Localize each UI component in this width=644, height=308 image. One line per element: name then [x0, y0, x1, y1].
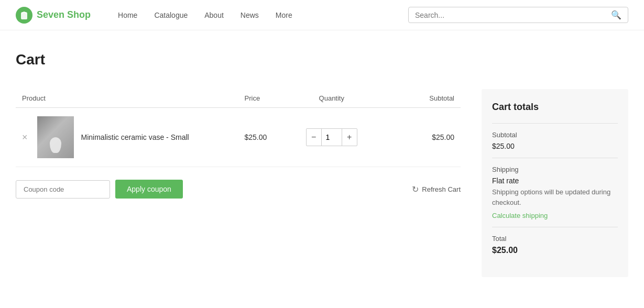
coupon-group: Apply coupon — [16, 180, 183, 199]
logo-icon — [16, 7, 32, 24]
refresh-cart-button[interactable]: ↻ Refresh Cart — [412, 184, 461, 194]
quantity-cell: − + — [291, 108, 372, 167]
subtotal-row: Subtotal $25.00 — [492, 123, 618, 158]
product-price: $25.00 — [238, 108, 292, 167]
cart-actions: Apply coupon ↻ Refresh Cart — [16, 180, 461, 199]
remove-item-button[interactable]: × — [22, 133, 28, 142]
cart-layout: Product Price Quantity Subtotal × Minima… — [16, 89, 628, 277]
cart-table: Product Price Quantity Subtotal × Minima… — [16, 89, 461, 167]
qty-decrease-button[interactable]: − — [307, 129, 321, 146]
refresh-cart-label: Refresh Cart — [422, 185, 461, 193]
qty-increase-button[interactable]: + — [342, 129, 357, 146]
col-header-quantity: Quantity — [291, 89, 372, 108]
total-label: Total — [492, 235, 618, 243]
site-logo[interactable]: Seven Shop — [16, 7, 91, 24]
subtotal-value: $25.00 — [492, 142, 618, 150]
product-thumbnail — [37, 116, 74, 158]
refresh-icon: ↻ — [412, 184, 419, 194]
site-header: Seven Shop Home Catalogue About News Mor… — [0, 0, 644, 30]
shipping-label: Shipping — [492, 166, 618, 173]
search-input[interactable] — [415, 11, 607, 19]
nav-item-catalogue[interactable]: Catalogue — [148, 7, 194, 24]
shipping-method: Flat rate — [492, 177, 618, 185]
page-title: Cart — [16, 51, 628, 68]
quantity-control: − + — [306, 128, 357, 146]
main-nav: Home Catalogue About News More — [112, 7, 398, 24]
search-bar: 🔍 — [408, 7, 628, 23]
nav-item-news[interactable]: News — [234, 7, 265, 24]
total-value: $25.00 — [492, 246, 618, 255]
calculate-shipping-link[interactable]: Calculate shipping — [492, 212, 548, 219]
cart-table-section: Product Price Quantity Subtotal × Minima… — [16, 89, 461, 199]
search-icon: 🔍 — [611, 10, 621, 20]
nav-item-home[interactable]: Home — [112, 7, 144, 24]
col-header-subtotal: Subtotal — [372, 89, 461, 108]
quantity-input[interactable] — [321, 129, 342, 146]
shipping-note: Shipping options will be updated during … — [492, 187, 618, 207]
total-row: Total $25.00 — [492, 227, 618, 262]
product-subtotal: $25.00 — [372, 108, 461, 167]
logo-text: Seven Shop — [37, 9, 91, 20]
coupon-input[interactable] — [16, 180, 110, 199]
nav-item-more[interactable]: More — [269, 7, 299, 24]
col-header-price: Price — [238, 89, 292, 108]
product-name: Minimalistic ceramic vase - Small — [81, 133, 189, 141]
table-row: × Minimalistic ceramic vase - Small $25.… — [16, 108, 461, 167]
cart-totals-title: Cart totals — [492, 102, 618, 113]
col-header-product: Product — [16, 89, 238, 108]
main-content: Cart Product Price Quantity Subtotal — [0, 30, 644, 298]
nav-item-about[interactable]: About — [198, 7, 230, 24]
cart-totals-sidebar: Cart totals Subtotal $25.00 Shipping Fla… — [482, 89, 628, 277]
shipping-row: Shipping Flat rate Shipping options will… — [492, 158, 618, 227]
apply-coupon-button[interactable]: Apply coupon — [115, 180, 183, 199]
subtotal-label: Subtotal — [492, 131, 618, 139]
product-cell: × Minimalistic ceramic vase - Small — [22, 116, 232, 158]
